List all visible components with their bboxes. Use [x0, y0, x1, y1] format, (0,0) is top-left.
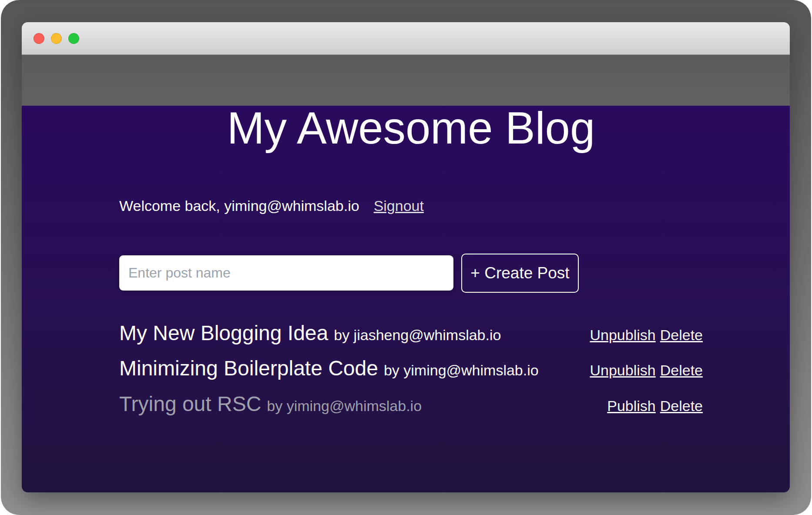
zoom-window-button[interactable]: [68, 33, 79, 44]
create-post-form: + Create Post: [119, 254, 703, 293]
post-heading: My New Blogging Idea by jiasheng@whimsla…: [119, 321, 501, 346]
post-heading: Trying out RSC by yiming@whimslab.io: [119, 391, 422, 417]
post-list: My New Blogging Idea by jiasheng@whimsla…: [119, 321, 703, 417]
page-content: My Awesome Blog Welcome back, yiming@whi…: [22, 106, 790, 492]
delete-link[interactable]: Delete: [660, 327, 703, 344]
post-title: My New Blogging Idea: [119, 321, 328, 346]
signout-link[interactable]: Signout: [374, 197, 424, 215]
post-actions: Publish Delete: [607, 398, 703, 415]
app-window: My Awesome Blog Welcome back, yiming@whi…: [22, 22, 790, 492]
post-byline: by yiming@whimslab.io: [267, 398, 422, 415]
post-byline: by jiasheng@whimslab.io: [334, 327, 501, 344]
publish-link[interactable]: Publish: [607, 398, 656, 415]
post-heading: Minimizing Boilerplate Code by yiming@wh…: [119, 356, 539, 381]
delete-link[interactable]: Delete: [660, 362, 703, 379]
post-actions: Unpublish Delete: [590, 362, 703, 379]
welcome-message: Welcome back, yiming@whimslab.io: [119, 197, 359, 215]
create-post-button[interactable]: + Create Post: [461, 254, 579, 293]
window-shadow-bezel: My Awesome Blog Welcome back, yiming@whi…: [1, 0, 811, 515]
post-row: Minimizing Boilerplate Code by yiming@wh…: [119, 356, 703, 381]
traffic-light-controls: [34, 33, 79, 44]
session-bar: Welcome back, yiming@whimslab.io Signout: [119, 197, 703, 215]
main-container: My Awesome Blog Welcome back, yiming@whi…: [119, 106, 703, 417]
post-title: Trying out RSC: [119, 391, 261, 417]
post-actions: Unpublish Delete: [590, 327, 703, 344]
post-row: Trying out RSC by yiming@whimslab.io Pub…: [119, 391, 703, 417]
post-title: Minimizing Boilerplate Code: [119, 356, 378, 381]
post-name-input[interactable]: [119, 255, 453, 291]
page-title: My Awesome Blog: [119, 106, 703, 150]
delete-link[interactable]: Delete: [660, 398, 703, 415]
unpublish-link[interactable]: Unpublish: [590, 362, 656, 379]
post-row: My New Blogging Idea by jiasheng@whimsla…: [119, 321, 703, 346]
close-window-button[interactable]: [34, 33, 44, 44]
post-byline: by yiming@whimslab.io: [384, 362, 539, 379]
minimize-window-button[interactable]: [51, 33, 62, 44]
window-titlebar[interactable]: [22, 22, 790, 55]
unpublish-link[interactable]: Unpublish: [590, 327, 656, 344]
